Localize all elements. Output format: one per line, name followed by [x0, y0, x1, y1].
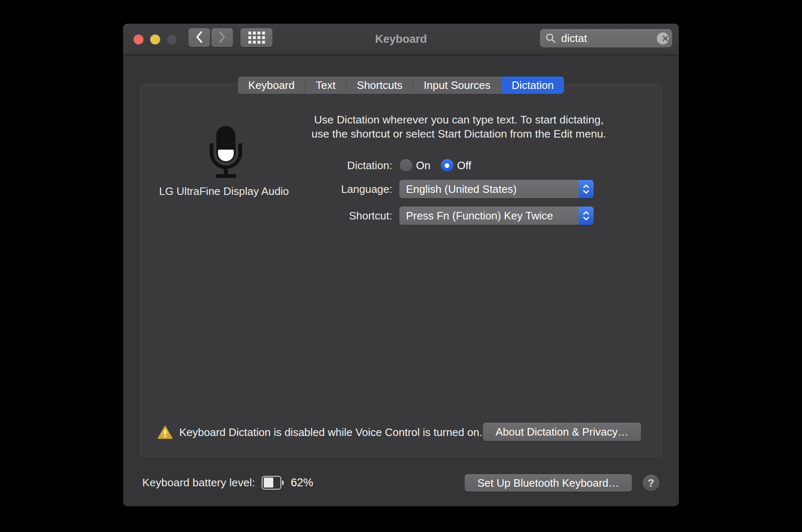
tab-text[interactable]: Text — [305, 76, 347, 94]
warning-triangle-icon — [157, 425, 173, 440]
search-field[interactable] — [540, 29, 672, 47]
search-input[interactable] — [560, 32, 657, 45]
battery-icon — [262, 476, 284, 490]
battery-label: Keyboard battery level: — [142, 476, 255, 489]
close-icon — [662, 35, 668, 42]
shortcut-dropdown-value: Press Fn (Function) Key Twice — [399, 209, 553, 222]
keyboard-preferences-window: Keyboard Keyboard Text Shortcuts Input S… — [123, 24, 679, 506]
dictation-off-label[interactable]: Off — [457, 159, 471, 172]
radio-dot — [445, 163, 449, 168]
title-bar: Keyboard — [123, 24, 679, 55]
dictation-pane: LG UltraFine Display Audio Use Dictation… — [140, 84, 662, 457]
voice-control-warning: Keyboard Dictation is disabled while Voi… — [157, 423, 482, 442]
dictation-row-label: Dictation: — [141, 159, 392, 172]
help-button[interactable]: ? — [643, 475, 659, 491]
clear-search-button[interactable] — [657, 32, 669, 44]
chevron-up-down-icon — [582, 210, 590, 222]
language-dropdown[interactable]: English (United States) — [399, 180, 594, 198]
dictation-description: Use Dictation wherever you can type text… — [280, 113, 638, 141]
keyboard-battery-status: Keyboard battery level: 62% — [142, 473, 313, 492]
chevron-up-down-icon — [582, 183, 590, 195]
tab-input-sources[interactable]: Input Sources — [413, 76, 501, 94]
shortcut-dropdown[interactable]: Press Fn (Function) Key Twice — [399, 207, 594, 225]
shortcut-row-label: Shortcut: — [141, 209, 392, 222]
setup-bluetooth-keyboard-button[interactable]: Set Up Bluetooth Keyboard… — [465, 474, 632, 492]
battery-body — [262, 476, 281, 490]
dictation-on-label[interactable]: On — [416, 159, 431, 172]
language-row-label: Language: — [141, 183, 392, 196]
language-row: Language: English (United States) — [141, 180, 594, 198]
tab-dictation[interactable]: Dictation — [501, 76, 564, 94]
about-dictation-privacy-button[interactable]: About Dictation & Privacy… — [483, 423, 641, 441]
battery-fill — [264, 478, 274, 488]
description-line-1: Use Dictation wherever you can type text… — [280, 113, 638, 127]
dictation-on-radio[interactable] — [400, 159, 412, 172]
tab-keyboard[interactable]: Keyboard — [238, 76, 305, 94]
warning-text: Keyboard Dictation is disabled while Voi… — [179, 426, 482, 439]
microphone-base — [215, 174, 236, 178]
description-line-2: use the shortcut or select Start Dictati… — [280, 127, 638, 141]
dictation-off-radio[interactable] — [441, 159, 453, 172]
tab-shortcuts[interactable]: Shortcuts — [347, 76, 413, 94]
language-dropdown-value: English (United States) — [399, 183, 517, 196]
dictation-toggle-row: Dictation: On Off — [141, 156, 471, 175]
tab-bar: Keyboard Text Shortcuts Input Sources Di… — [238, 76, 564, 94]
shortcut-row: Shortcut: Press Fn (Function) Key Twice — [141, 207, 594, 225]
dropdown-stepper-cap — [579, 180, 594, 198]
search-icon — [545, 32, 557, 44]
desktop: Keyboard Keyboard Text Shortcuts Input S… — [0, 0, 802, 532]
battery-percent: 62% — [291, 476, 313, 489]
dropdown-stepper-cap — [579, 207, 594, 225]
battery-nub — [282, 480, 284, 485]
